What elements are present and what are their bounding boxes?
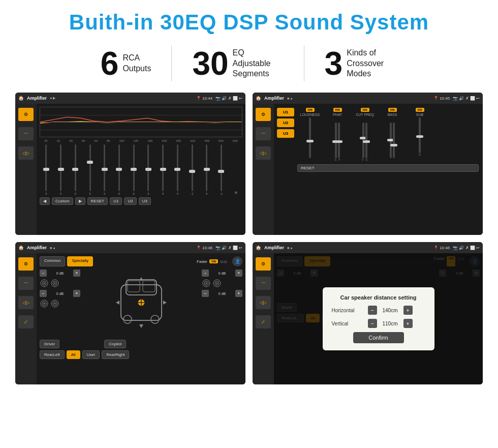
eq-slider-3[interactable]: 0 [69,144,82,195]
amp2-topbar-title: Amplifier [264,96,284,101]
dialog-sidebar-eq-btn[interactable]: ⚙ [256,257,271,271]
fader-bottom-btns-2: RearLeft All User RearRight [40,350,242,359]
dialog-screenshot: 🏠 Amplifier ■ ● 📍 10:46 📷 🔊 ✗ ⬜ ↩ ⚙ 〰 ◁▷… [253,242,483,384]
eq-slider-9[interactable]: 0 [157,144,170,195]
eq-prev-btn[interactable]: ◀ [40,197,50,205]
db3-plus-btn[interactable]: + [235,270,242,277]
fader-sidebar-eq-btn[interactable]: ⚙ [18,257,34,271]
amp2-main: U1 U2 U3 ON LOUDNESS [274,104,483,235]
sub-label: SUB [416,113,423,116]
eq-slider-5[interactable]: 0 [98,144,111,195]
tab-specialty[interactable]: Specialty [67,256,92,266]
loudness-toggle[interactable]: ON [306,108,315,112]
loudness-label: LOUDNESS [300,113,320,116]
eq-u3-btn[interactable]: U3 [139,197,151,205]
dialog-horizontal-minus[interactable]: − [368,306,377,315]
eq-slider-8[interactable]: 0 [142,144,155,195]
phat-label: PHAT [333,113,342,116]
dialog-sidebar-arrows-btn[interactable]: ⤢ [256,315,271,328]
driver-btn[interactable]: Driver [40,340,59,348]
eq-sidebar-wave-btn[interactable]: 〰 [18,127,34,140]
eq-slider-expand[interactable]: » [229,144,242,195]
svg-point-11 [54,303,56,305]
fader-controls: 📷 🔊 ✗ ⬜ ↩ [215,246,242,250]
fader-on-toggle[interactable]: ON [209,259,218,263]
eq-slider-10[interactable]: 0 [171,144,184,195]
amp2-sidebar-vol-btn[interactable]: ◁▷ [256,146,271,160]
phat-toggle[interactable]: ON [333,108,342,112]
db-row-3: − 0 dB + [202,270,242,277]
cutfreq-toggle[interactable]: ON [361,108,369,112]
dialog-overlay: Car speaker distance setting Horizontal … [274,253,483,384]
sub-toggle[interactable]: ON [416,108,424,112]
dialog-sidebar-wave-btn[interactable]: 〰 [256,277,271,290]
eq-reset-btn[interactable]: RESET [87,197,108,205]
fader-sidebar-wave-btn[interactable]: 〰 [18,277,34,290]
eq-chart [40,107,242,137]
amp2-topbar: 🏠 Amplifier ■ ● 📍 10:45 📷 🔊 ✗ ⬜ ↩ [253,93,483,104]
dialog-topbar-title: Amplifier [264,245,284,250]
loudness-slider[interactable] [309,117,311,158]
dialog-sidebar-vol-btn[interactable]: ◁▷ [256,296,271,309]
user-btn[interactable]: User [82,350,100,359]
copilot-btn[interactable]: Copilot [104,340,126,348]
phat-slider-f[interactable] [338,123,340,158]
eq-u1-btn[interactable]: U1 [110,197,122,205]
svg-point-27 [206,283,207,284]
eq-slider-12[interactable]: 0 [200,144,213,195]
db2-minus-btn[interactable]: − [40,290,47,297]
dialog-vertical-value: 110cm [380,321,400,326]
eq-slider-4[interactable]: 5 [83,144,97,195]
bass-slider-1[interactable] [390,123,392,158]
db4-minus-btn[interactable]: − [202,290,209,297]
eq-u2-btn[interactable]: U2 [124,197,136,205]
bass-ctrl: ON BASS [380,108,405,161]
dialog-confirm-btn[interactable]: Confirm [353,332,404,343]
eq-sidebar-vol-btn[interactable]: ◁▷ [18,146,34,160]
dialog-horizontal-plus[interactable]: + [403,306,413,315]
db1-minus-btn[interactable]: − [40,270,47,277]
rearright-btn[interactable]: RearRight [102,350,129,359]
db3-minus-btn[interactable]: − [202,270,209,277]
dialog-box: Car speaker distance setting Horizontal … [323,287,434,350]
amp2-sidebar-eq-btn[interactable]: ⚙ [256,108,271,121]
u1-preset-btn[interactable]: U1 [277,108,294,116]
eq-slider-13[interactable]: -1 [215,144,228,195]
bass-toggle[interactable]: ON [388,108,397,112]
db1-plus-btn[interactable]: + [73,270,80,277]
rearleft-btn[interactable]: RearLeft [40,350,65,359]
u3-preset-btn[interactable]: U3 [277,129,294,138]
amp2-screenshot: 🏠 Amplifier ■ ● 📍 10:45 📷 🔊 ✗ ⬜ ↩ ⚙ 〰 ◁▷ [253,93,483,235]
db4-plus-btn[interactable]: + [235,290,242,297]
sub-slider[interactable] [419,117,421,153]
amp2-screen-content: ⚙ 〰 ◁▷ U1 U2 U3 [253,104,483,235]
fader-sidebar-arrows-btn[interactable]: ⤢ [18,315,34,328]
stat-eq-number: 30 [192,47,228,80]
eq-slider-6[interactable]: 0 [113,144,126,195]
eq-slider-1[interactable]: 0 [40,144,53,195]
tab-common[interactable]: Common [40,256,65,266]
dialog-vertical-plus[interactable]: + [403,319,413,328]
all-btn[interactable]: All [67,350,80,359]
fader-sidebar-vol-btn[interactable]: ◁▷ [18,296,34,309]
amp2-sidebar-wave-btn[interactable]: 〰 [256,127,271,140]
eq-sidebar-eq-btn[interactable]: ⚙ [18,108,34,121]
eq-slider-11[interactable]: -1 [185,144,199,195]
amp2-channels: ON LOUDNESS ON PHAT [295,106,481,233]
bass-label: BASS [388,113,397,116]
eq-play-btn[interactable]: ▶ [75,197,85,205]
eq-slider-7[interactable]: 0 [127,144,140,195]
db2-plus-btn[interactable]: + [73,290,80,297]
stat-eq-label: EQ AdjustableSegments [233,48,284,79]
cutfreq-slider-g[interactable] [365,123,367,158]
dialog-vertical-minus[interactable]: − [368,319,377,328]
u2-preset-btn[interactable]: U2 [277,118,294,127]
dialog-screen-content: ⚙ 〰 ◁▷ ⤢ Common Specialty Fader ON [253,253,483,384]
amp2-reset-btn[interactable]: RESET [297,164,479,172]
bass-slider-2[interactable] [393,123,395,158]
fader-person-icon: 👤 [235,259,240,264]
dialog-horizontal-value: 140cm [380,308,400,313]
eq-slider-2[interactable]: 0 [54,144,68,195]
fader-right-controls: − 0 dB + − 0 dB + [202,270,242,336]
svg-rect-15 [143,281,155,292]
